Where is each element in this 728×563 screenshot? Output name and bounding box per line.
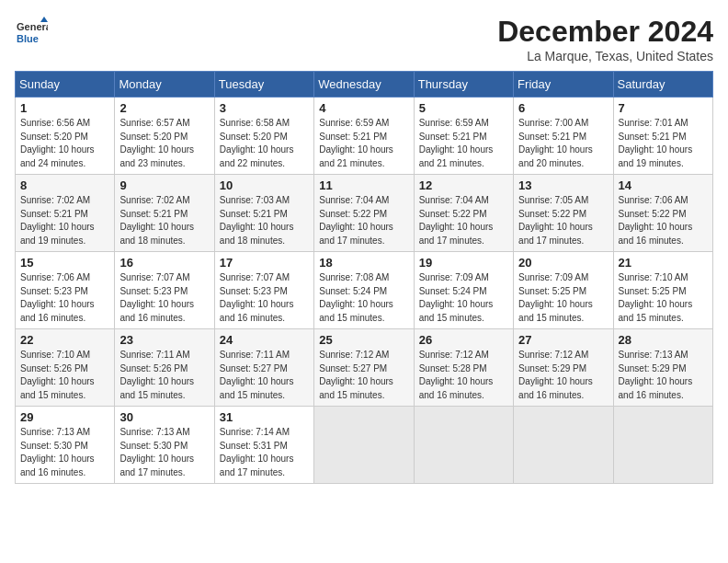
day-info: Sunrise: 6:58 AM Sunset: 5:20 PM Dayligh… <box>220 117 309 170</box>
day-info: Sunrise: 7:11 AM Sunset: 5:26 PM Dayligh… <box>119 349 209 402</box>
weekday-header-thursday: Thursday <box>414 72 513 98</box>
day-number: 22 <box>20 333 109 347</box>
day-number: 14 <box>619 178 708 192</box>
day-number: 7 <box>619 101 708 115</box>
day-number: 17 <box>220 256 309 270</box>
page-header: General Blue December 2024 La Marque, Te… <box>15 15 713 63</box>
day-number: 27 <box>518 333 608 347</box>
calendar-cell: 23Sunrise: 7:11 AM Sunset: 5:26 PM Dayli… <box>115 329 214 407</box>
calendar-cell: 13Sunrise: 7:05 AM Sunset: 5:22 PM Dayli… <box>514 175 613 252</box>
day-info: Sunrise: 7:07 AM Sunset: 5:23 PM Dayligh… <box>220 271 309 325</box>
calendar-week-2: 8Sunrise: 7:02 AM Sunset: 5:21 PM Daylig… <box>16 175 713 252</box>
calendar-cell: 17Sunrise: 7:07 AM Sunset: 5:23 PM Dayli… <box>214 252 313 329</box>
day-number: 16 <box>119 256 209 270</box>
day-info: Sunrise: 7:03 AM Sunset: 5:21 PM Dayligh… <box>220 194 309 247</box>
day-info: Sunrise: 7:10 AM Sunset: 5:25 PM Dayligh… <box>619 271 708 325</box>
day-info: Sunrise: 7:05 AM Sunset: 5:22 PM Dayligh… <box>518 194 608 247</box>
day-info: Sunrise: 7:13 AM Sunset: 5:30 PM Dayligh… <box>20 426 109 479</box>
weekday-header-sunday: Sunday <box>16 72 115 98</box>
day-number: 30 <box>119 410 209 424</box>
calendar-cell: 19Sunrise: 7:09 AM Sunset: 5:24 PM Dayli… <box>414 252 513 329</box>
day-number: 9 <box>119 178 209 192</box>
svg-text:Blue: Blue <box>17 33 39 44</box>
day-info: Sunrise: 7:02 AM Sunset: 5:21 PM Dayligh… <box>20 194 109 247</box>
calendar-table: SundayMondayTuesdayWednesdayThursdayFrid… <box>15 71 713 484</box>
day-info: Sunrise: 7:09 AM Sunset: 5:25 PM Dayligh… <box>518 271 608 325</box>
calendar-cell <box>514 407 613 484</box>
calendar-cell: 21Sunrise: 7:10 AM Sunset: 5:25 PM Dayli… <box>613 252 712 329</box>
calendar-cell: 24Sunrise: 7:11 AM Sunset: 5:27 PM Dayli… <box>214 329 313 407</box>
day-info: Sunrise: 7:07 AM Sunset: 5:23 PM Dayligh… <box>119 271 209 325</box>
calendar-cell: 15Sunrise: 7:06 AM Sunset: 5:23 PM Dayli… <box>16 252 115 329</box>
calendar-week-1: 1Sunrise: 6:56 AM Sunset: 5:20 PM Daylig… <box>16 98 713 175</box>
calendar-cell: 28Sunrise: 7:13 AM Sunset: 5:29 PM Dayli… <box>613 329 712 407</box>
day-info: Sunrise: 7:11 AM Sunset: 5:27 PM Dayligh… <box>220 349 309 402</box>
calendar-cell: 31Sunrise: 7:14 AM Sunset: 5:31 PM Dayli… <box>214 407 313 484</box>
weekday-header-saturday: Saturday <box>613 72 712 98</box>
calendar-cell: 6Sunrise: 7:00 AM Sunset: 5:21 PM Daylig… <box>514 98 613 175</box>
day-info: Sunrise: 7:02 AM Sunset: 5:21 PM Dayligh… <box>119 194 209 247</box>
calendar-cell: 1Sunrise: 6:56 AM Sunset: 5:20 PM Daylig… <box>16 98 115 175</box>
calendar-cell <box>613 407 712 484</box>
calendar-cell: 10Sunrise: 7:03 AM Sunset: 5:21 PM Dayli… <box>214 175 313 252</box>
day-number: 18 <box>319 256 408 270</box>
calendar-week-5: 29Sunrise: 7:13 AM Sunset: 5:30 PM Dayli… <box>16 407 713 484</box>
day-number: 11 <box>319 178 408 192</box>
calendar-cell: 11Sunrise: 7:04 AM Sunset: 5:22 PM Dayli… <box>314 175 414 252</box>
day-number: 25 <box>319 333 408 347</box>
day-info: Sunrise: 7:04 AM Sunset: 5:22 PM Dayligh… <box>319 194 408 247</box>
calendar-cell: 8Sunrise: 7:02 AM Sunset: 5:21 PM Daylig… <box>16 175 115 252</box>
day-info: Sunrise: 7:06 AM Sunset: 5:23 PM Dayligh… <box>20 271 109 325</box>
day-info: Sunrise: 7:13 AM Sunset: 5:29 PM Dayligh… <box>619 349 708 402</box>
day-info: Sunrise: 7:10 AM Sunset: 5:26 PM Dayligh… <box>20 349 109 402</box>
weekday-header-friday: Friday <box>514 72 613 98</box>
day-number: 1 <box>20 101 109 115</box>
day-number: 2 <box>119 101 209 115</box>
calendar-cell: 5Sunrise: 6:59 AM Sunset: 5:21 PM Daylig… <box>414 98 513 175</box>
weekday-header-monday: Monday <box>115 72 214 98</box>
day-number: 28 <box>619 333 708 347</box>
month-title: December 2024 <box>497 15 713 49</box>
day-number: 5 <box>419 101 508 115</box>
calendar-cell: 20Sunrise: 7:09 AM Sunset: 5:25 PM Dayli… <box>514 252 613 329</box>
day-info: Sunrise: 7:12 AM Sunset: 5:28 PM Dayligh… <box>419 349 508 402</box>
title-area: December 2024 La Marque, Texas, United S… <box>497 15 713 63</box>
calendar-week-3: 15Sunrise: 7:06 AM Sunset: 5:23 PM Dayli… <box>16 252 713 329</box>
calendar-cell: 26Sunrise: 7:12 AM Sunset: 5:28 PM Dayli… <box>414 329 513 407</box>
day-number: 21 <box>619 256 708 270</box>
calendar-cell: 22Sunrise: 7:10 AM Sunset: 5:26 PM Dayli… <box>16 329 115 407</box>
day-info: Sunrise: 6:59 AM Sunset: 5:21 PM Dayligh… <box>419 117 508 170</box>
day-number: 10 <box>220 178 309 192</box>
day-info: Sunrise: 7:14 AM Sunset: 5:31 PM Dayligh… <box>220 426 309 479</box>
calendar-cell <box>414 407 513 484</box>
svg-text:General: General <box>17 21 48 32</box>
svg-marker-2 <box>40 17 48 22</box>
day-number: 26 <box>419 333 508 347</box>
weekday-header-row: SundayMondayTuesdayWednesdayThursdayFrid… <box>16 72 713 98</box>
weekday-header-tuesday: Tuesday <box>214 72 313 98</box>
day-number: 4 <box>319 101 408 115</box>
day-info: Sunrise: 6:59 AM Sunset: 5:21 PM Dayligh… <box>319 117 408 170</box>
day-info: Sunrise: 7:08 AM Sunset: 5:24 PM Dayligh… <box>319 271 408 325</box>
calendar-cell: 2Sunrise: 6:57 AM Sunset: 5:20 PM Daylig… <box>115 98 214 175</box>
day-number: 29 <box>20 410 109 424</box>
calendar-cell: 12Sunrise: 7:04 AM Sunset: 5:22 PM Dayli… <box>414 175 513 252</box>
day-info: Sunrise: 7:09 AM Sunset: 5:24 PM Dayligh… <box>419 271 508 325</box>
day-number: 8 <box>20 178 109 192</box>
location: La Marque, Texas, United States <box>497 49 713 63</box>
day-number: 20 <box>518 256 608 270</box>
calendar-cell: 18Sunrise: 7:08 AM Sunset: 5:24 PM Dayli… <box>314 252 414 329</box>
calendar-cell: 3Sunrise: 6:58 AM Sunset: 5:20 PM Daylig… <box>214 98 313 175</box>
calendar-cell: 27Sunrise: 7:12 AM Sunset: 5:29 PM Dayli… <box>514 329 613 407</box>
day-info: Sunrise: 7:04 AM Sunset: 5:22 PM Dayligh… <box>419 194 508 247</box>
day-info: Sunrise: 7:13 AM Sunset: 5:30 PM Dayligh… <box>119 426 209 479</box>
day-info: Sunrise: 7:00 AM Sunset: 5:21 PM Dayligh… <box>518 117 608 170</box>
calendar-cell: 29Sunrise: 7:13 AM Sunset: 5:30 PM Dayli… <box>16 407 115 484</box>
day-info: Sunrise: 7:01 AM Sunset: 5:21 PM Dayligh… <box>619 117 708 170</box>
day-number: 6 <box>518 101 608 115</box>
calendar-cell: 4Sunrise: 6:59 AM Sunset: 5:21 PM Daylig… <box>314 98 414 175</box>
day-info: Sunrise: 7:06 AM Sunset: 5:22 PM Dayligh… <box>619 194 708 247</box>
calendar-cell: 7Sunrise: 7:01 AM Sunset: 5:21 PM Daylig… <box>613 98 712 175</box>
logo-icon: General Blue <box>15 15 48 48</box>
day-info: Sunrise: 6:56 AM Sunset: 5:20 PM Dayligh… <box>20 117 109 170</box>
